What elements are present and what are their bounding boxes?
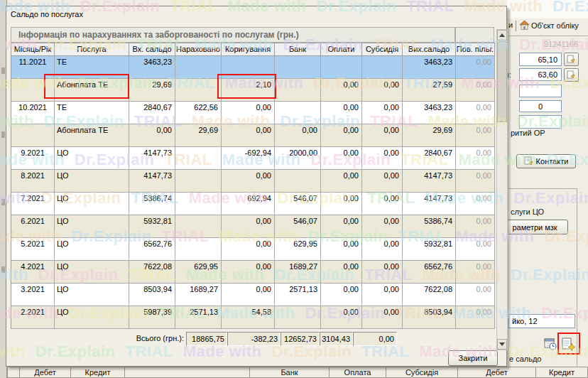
info-header-band-spacer — [455, 27, 494, 43]
account-number: 91241166 — [528, 40, 578, 48]
background-column-header: Субсидія — [386, 367, 458, 378]
saldo-label-fragment: е сальдо — [509, 355, 541, 363]
annotation-box-adjustment — [217, 74, 276, 99]
column-header[interactable]: Вих.сальдо — [403, 43, 456, 56]
close-button[interactable]: Закрити — [448, 350, 498, 366]
table-cell: 0,00 — [222, 215, 275, 238]
closed-op-label-fragment: ритий ОР — [511, 129, 545, 137]
table-cell: -692,94 — [222, 147, 275, 170]
scroll-up-button[interactable] — [497, 30, 507, 40]
table-cell: 0,00 — [362, 306, 403, 329]
table-cell — [275, 306, 321, 329]
table-cell: 6562,76 — [403, 261, 456, 284]
field-4[interactable] — [519, 100, 562, 112]
table-cell: 692,94 — [222, 193, 275, 215]
totals-value: 18865,75 — [186, 332, 227, 346]
table-cell: 4147,73 — [403, 193, 456, 215]
table-cell: 2571,13 — [175, 306, 222, 329]
arrow-up-icon — [499, 33, 505, 37]
tab-label-fragment[interactable]: и — [508, 21, 513, 29]
table-cell: 2840,67 — [129, 102, 175, 124]
table-cell: 29,69 — [403, 124, 456, 147]
table-cell: 7622,08 — [129, 261, 175, 284]
table-row[interactable]: 10.2021ТЕ2840,67622,560,000,000,003463,2… — [11, 102, 495, 124]
table-cell: 2840,67 — [403, 147, 456, 170]
table-cell: 0,00 — [321, 124, 362, 147]
vertical-scrollbar[interactable] — [496, 29, 508, 350]
table-cell: 0,00 — [456, 306, 495, 329]
groupbox-border — [508, 188, 577, 189]
column-header[interactable]: Вх. сальдо — [129, 43, 175, 56]
table-cell: 0,00 — [456, 238, 495, 261]
table-row[interactable]: 8.2021ЦО4147,730,000,000,004147,730,00 — [11, 170, 495, 193]
mzk-params-button-label: раметри мзк — [512, 223, 557, 232]
table-row[interactable]: 4.2021ЦО7622,08629,950,001689,270,000,00… — [11, 261, 495, 284]
table-row[interactable]: 6.2021ЦО5932,810,00546,070,000,005386,74… — [11, 215, 495, 238]
table-cell: 0,00 — [321, 215, 362, 238]
table-cell: 0,00 — [456, 102, 495, 124]
table-cell: 0,00 — [321, 261, 362, 284]
background-column-header: Дебет — [458, 367, 536, 378]
column-header[interactable]: Пов. пільг. — [456, 43, 495, 56]
table-cell — [275, 170, 321, 193]
table-cell: 0,00 — [362, 170, 403, 193]
table-cell: 629,95 — [175, 261, 222, 284]
contacts-button[interactable]: Контакти — [516, 154, 576, 168]
column-header[interactable]: Коригування — [222, 43, 275, 56]
totals-value: 3104,43 — [320, 332, 353, 346]
table-cell — [175, 147, 222, 170]
field-5[interactable] — [519, 115, 562, 129]
table-cell: 2.2021 — [11, 306, 55, 329]
table-cell: 6.2021 — [11, 215, 55, 238]
table-cell — [275, 102, 321, 124]
table-cell: 622,56 — [175, 102, 222, 124]
lookup-button-1[interactable] — [564, 53, 579, 66]
table-cell: 1689,27 — [275, 261, 321, 284]
table-cell: 6562,76 — [129, 238, 175, 261]
table-row[interactable]: Абонплата ТЕ0,0029,690,000,000,000,0029,… — [11, 124, 495, 147]
area-field-2[interactable] — [519, 68, 562, 81]
scrollbar-thumb[interactable] — [497, 41, 507, 122]
table-cell: 3463,23 — [403, 102, 456, 124]
table-cell — [321, 56, 362, 79]
table-cell: 629,95 — [275, 238, 321, 261]
background-column-header: Кредит — [536, 367, 588, 378]
table-row[interactable]: 9.2021ЦО4147,73-692,942000,000,000,00284… — [11, 147, 495, 170]
field-3[interactable] — [519, 85, 562, 97]
calendar-clock-icon[interactable] — [544, 338, 557, 353]
scroll-down-button[interactable] — [497, 339, 507, 350]
column-header[interactable]: Нараховано — [175, 43, 222, 56]
table-cell: 29,69 — [175, 124, 222, 147]
table-cell: 5932,81 — [403, 238, 456, 261]
table-row[interactable]: 7.2021ЦО5386,74692,94546,070,000,004147,… — [11, 193, 495, 215]
table-row[interactable]: 5.2021ЦО6562,760,00629,950,000,005932,81… — [11, 238, 495, 261]
mzk-params-button[interactable]: раметри мзк — [501, 220, 568, 234]
address-field[interactable] — [508, 314, 575, 328]
table-cell: 7622,08 — [403, 284, 456, 306]
lookup-button-2[interactable] — [564, 68, 579, 82]
area-field-1[interactable] — [519, 53, 562, 66]
table-cell: 9.2021 — [11, 147, 55, 170]
column-header[interactable]: Послуга — [55, 43, 129, 56]
table-row[interactable]: 2.2021ЦО5987,392571,1354,580,000,008503,… — [11, 306, 495, 329]
column-header[interactable]: Оплати — [321, 43, 362, 56]
table-cell — [175, 238, 222, 261]
table-cell: 0,00 — [129, 124, 175, 147]
table-cell: 0,00 — [321, 238, 362, 261]
table-cell: 0,00 — [456, 56, 495, 79]
background-column-header: Кредит — [71, 367, 125, 378]
table-cell: 10.2021 — [11, 102, 55, 124]
totals-value: -382,23 — [227, 332, 281, 346]
tab-object-accounting[interactable]: Об'єкт обліку — [531, 21, 579, 30]
column-header[interactable]: Місяць/Рік — [11, 43, 55, 56]
annotation-box-icon — [557, 333, 580, 355]
background-column-header: Банк — [250, 367, 330, 378]
table-cell: 0,00 — [321, 193, 362, 215]
table-cell: 0,00 — [456, 261, 495, 284]
screen: и Об'єкт обліку 91241166 ): ритий ОР — [0, 0, 588, 378]
column-header[interactable]: Банк — [275, 43, 321, 56]
table-cell: 0,00 — [222, 124, 275, 147]
column-header[interactable]: Субсидія — [362, 43, 403, 56]
table-cell: 5932,81 — [129, 215, 175, 238]
table-row[interactable]: 3.2021ЦО8503,941689,270,002571,130,000,0… — [11, 284, 495, 306]
